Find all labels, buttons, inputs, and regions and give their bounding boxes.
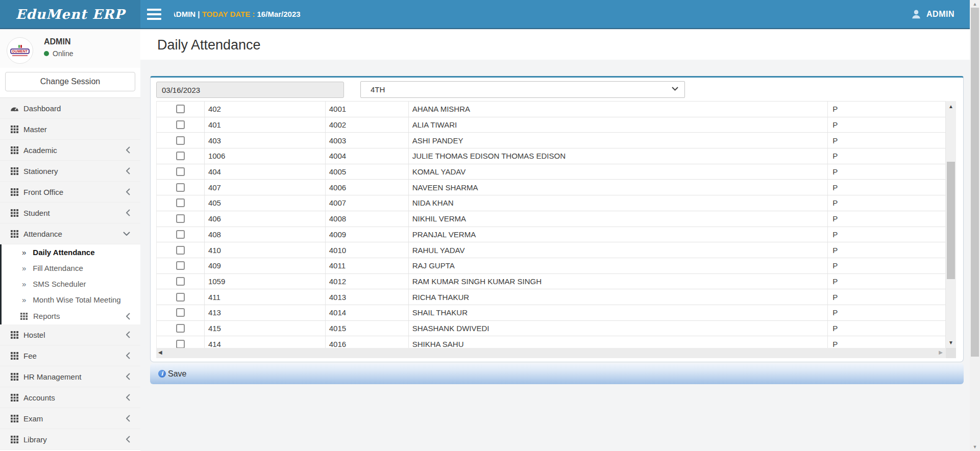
attendance-panel: 4TH 402 4001 AHANA MISHRA P 401 4002 ALI <box>150 76 964 362</box>
chevron-left-icon <box>126 313 130 320</box>
page-scrollbar[interactable]: ▲ ▼ <box>970 0 980 451</box>
profile-status: Online <box>44 49 73 58</box>
table-horizontal-scrollbar[interactable]: ◀ ▶ <box>156 348 956 358</box>
scroll-right-icon[interactable]: ▶ <box>939 349 943 355</box>
row-checkbox[interactable] <box>176 105 185 113</box>
roll-no-cell: 407 <box>205 180 326 195</box>
admission-no-cell: 4008 <box>326 211 409 227</box>
vertical-scroll-thumb[interactable] <box>947 162 955 279</box>
sidebar-item-accounts[interactable]: Accounts <box>0 387 140 408</box>
scroll-up-icon[interactable]: ▲ <box>946 104 956 109</box>
page-scroll-thumb[interactable] <box>971 8 979 357</box>
sidebar-item-front-office[interactable]: Front Office <box>0 182 140 203</box>
student-name-cell: SHIKHA SAHU <box>409 336 828 348</box>
grid-icon <box>9 188 19 196</box>
info-icon: i <box>158 370 166 378</box>
table-row: 413 4014 SHAIL THAKUR P <box>157 305 946 321</box>
student-name-cell: KOMAL YADAV <box>409 164 828 180</box>
table-row: 408 4009 PRANJAL VERMA P <box>157 227 946 243</box>
admission-no-cell: 4004 <box>326 148 409 164</box>
class-select[interactable]: 4TH <box>360 81 685 98</box>
row-checkbox[interactable] <box>176 324 185 333</box>
row-checkbox[interactable] <box>176 136 185 145</box>
sidebar-item-library[interactable]: Library <box>0 429 140 450</box>
row-checkbox[interactable] <box>176 293 185 302</box>
admission-no-cell: 4002 <box>326 117 409 133</box>
table-row: 405 4007 NIDA KHAN P <box>157 195 946 211</box>
grid-icon <box>19 313 29 320</box>
chevron-left-icon <box>126 167 130 174</box>
table-row: 1006 4004 JULIE THOMAS EDISON THOMAS EDI… <box>157 148 946 164</box>
student-name-cell: RAHUL YADAV <box>409 242 828 258</box>
table-vertical-scrollbar[interactable]: ▲ ▼ <box>946 101 956 348</box>
row-checkbox[interactable] <box>176 277 185 286</box>
submenu-item-fill-attendance[interactable]: » Fill Attendance <box>2 260 140 276</box>
roll-no-cell: 415 <box>205 321 326 336</box>
sidebar-item-stationery[interactable]: Stationery <box>0 161 140 182</box>
attendance-status-cell: P <box>828 102 946 117</box>
grid-icon <box>9 146 19 154</box>
today-date-value: 16/Mar/2023 <box>257 10 301 18</box>
sidebar-item-label: Hostel <box>23 331 45 339</box>
brand-logo-block[interactable]: EduMent ERP <box>0 0 140 28</box>
scroll-up-icon[interactable]: ▲ <box>970 2 980 7</box>
submenu-item-sms-scheduler[interactable]: » SMS Scheduler <box>2 276 140 292</box>
sidebar-item-student[interactable]: Student <box>0 203 140 223</box>
submenu-item-daily-attendance[interactable]: » Daily Attendance <box>2 244 140 260</box>
sidebar-item-label: Library <box>23 435 47 444</box>
row-checkbox[interactable] <box>176 152 185 160</box>
submenu-item-month-wise-total-meeting[interactable]: » Month Wise Total Meeting <box>2 292 140 308</box>
sidebar-item-master[interactable]: Master <box>0 119 140 140</box>
save-button[interactable]: i Save <box>150 363 964 384</box>
grid-icon <box>9 415 19 422</box>
table-row: 409 4011 RAJ GUPTA P <box>157 258 946 274</box>
scroll-down-icon[interactable]: ▼ <box>946 340 956 345</box>
submenu-item-label: SMS Scheduler <box>33 280 86 288</box>
sidebar-menu: Dashboard Master Academic Stationery <box>0 97 140 450</box>
attendance-status-cell: P <box>828 305 946 320</box>
row-checkbox[interactable] <box>176 198 185 207</box>
row-checkbox[interactable] <box>176 261 185 270</box>
sidebar-item-dashboard[interactable]: Dashboard <box>0 98 140 119</box>
table-row: 411 4013 RICHA THAKUR P <box>157 289 946 305</box>
scroll-down-icon[interactable]: ▼ <box>970 444 980 449</box>
navbar-user-menu[interactable]: ADMIN <box>911 0 954 28</box>
submenu-item-label: Reports <box>33 312 60 320</box>
change-session-button[interactable]: Change Session <box>5 72 135 91</box>
row-checkbox[interactable] <box>176 340 185 348</box>
scroll-left-icon[interactable]: ◀ <box>158 349 162 355</box>
double-angle-right-icon: » <box>22 280 26 288</box>
sidebar-item-attendance[interactable]: Attendance <box>0 223 140 244</box>
sidebar-item-exam[interactable]: Exam <box>0 408 140 429</box>
student-name-cell: NIKHIL VERMA <box>409 211 828 227</box>
sidebar-item-fee[interactable]: Fee <box>0 345 140 366</box>
row-checkbox[interactable] <box>176 120 185 129</box>
row-checkbox[interactable] <box>176 246 185 255</box>
sidebar-item-academic[interactable]: Academic <box>0 140 140 161</box>
row-checkbox[interactable] <box>176 183 185 192</box>
date-input[interactable] <box>156 82 344 98</box>
row-checkbox[interactable] <box>176 308 185 317</box>
attendance-status-cell: P <box>828 258 946 273</box>
roll-no-cell: 404 <box>205 164 326 180</box>
sidebar-item-label: Stationery <box>23 167 58 176</box>
row-checkbox[interactable] <box>176 214 185 223</box>
admission-no-cell: 4003 <box>326 133 409 148</box>
submenu-item-label: Daily Attendance <box>33 248 94 257</box>
avatar-tagline <box>12 55 28 56</box>
sidebar-toggle-button[interactable] <box>147 9 162 20</box>
admission-no-cell: 4013 <box>326 289 409 305</box>
roll-no-cell: 411 <box>205 289 326 305</box>
submenu-item-reports[interactable]: Reports <box>2 308 140 324</box>
row-checkbox[interactable] <box>176 167 185 176</box>
roll-no-cell: 408 <box>205 227 326 242</box>
admission-no-cell: 4011 <box>326 258 409 273</box>
sidebar-item-label: Accounts <box>23 393 55 402</box>
attendance-status-cell: P <box>828 274 946 289</box>
admission-no-cell: 4005 <box>326 164 409 180</box>
roll-no-cell: 410 <box>205 242 326 258</box>
admission-no-cell: 4015 <box>326 321 409 336</box>
sidebar-item-hostel[interactable]: Hostel <box>0 324 140 345</box>
sidebar-item-hr-management[interactable]: HR Management <box>0 366 140 387</box>
row-checkbox[interactable] <box>176 230 185 239</box>
